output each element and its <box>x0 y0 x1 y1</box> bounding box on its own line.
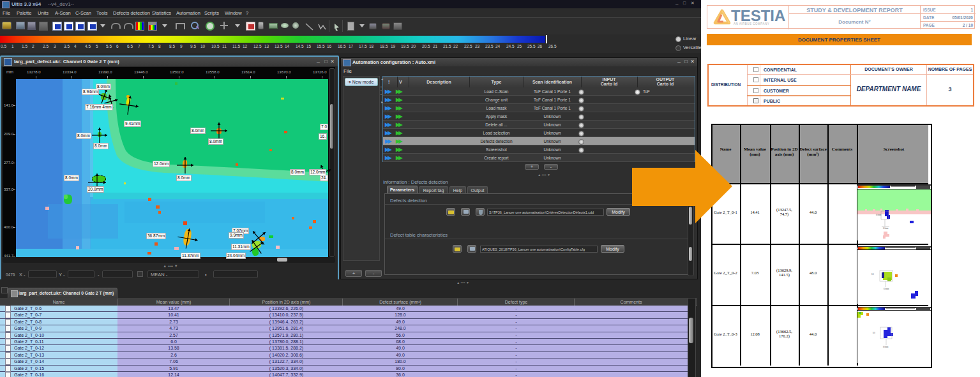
svg-text:8.0mm: 8.0mm <box>883 227 889 230</box>
svg-text:8.0mm: 8.0mm <box>883 346 889 348</box>
svg-text:8.0mm: 8.0mm <box>876 214 882 216</box>
svg-text:8.0: 8.0 <box>873 332 875 334</box>
svg-text:8.0: 8.0 <box>871 273 874 276</box>
svg-text:8.0mm: 8.0mm <box>884 288 889 290</box>
